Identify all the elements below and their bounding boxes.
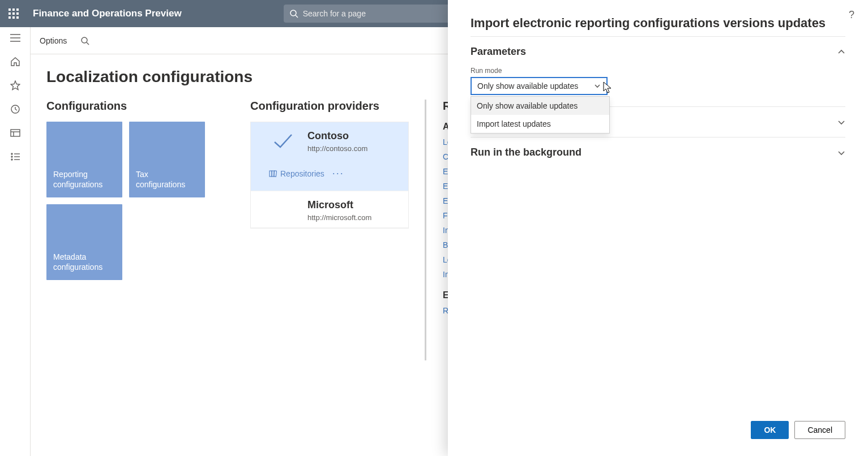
tile-tax-configurations[interactable]: Tax configurations xyxy=(129,122,205,197)
panel-title: Import electronic reporting configuratio… xyxy=(448,0,868,36)
panel-footer: OK Cancel xyxy=(448,410,868,456)
background-section: Run in the background xyxy=(471,137,845,167)
svg-point-16 xyxy=(82,37,87,43)
svg-point-10 xyxy=(11,153,12,154)
configurations-section: Configurations Reporting configurations … xyxy=(46,100,216,326)
provider-url: http://contoso.com xyxy=(307,144,398,153)
home-icon[interactable] xyxy=(9,55,22,68)
run-mode-dropdown: Only show available updates Import lates… xyxy=(471,96,610,134)
providers-section: Configuration providers Contoso http://c… xyxy=(250,100,409,326)
tile-metadata-configurations[interactable]: Metadata configurations xyxy=(46,204,122,280)
chevron-down-icon xyxy=(594,83,601,89)
run-mode-option[interactable]: Only show available updates xyxy=(471,97,609,115)
tile-reporting-configurations[interactable]: Reporting configurations xyxy=(46,122,122,197)
svg-marker-5 xyxy=(11,81,20,90)
background-title: Run in the background xyxy=(471,147,581,158)
repositories-icon xyxy=(269,170,277,178)
svg-point-12 xyxy=(11,156,12,157)
svg-line-17 xyxy=(87,42,89,45)
help-icon[interactable]: ? xyxy=(849,9,854,21)
run-mode-value: Only show available updates xyxy=(477,81,578,91)
chevron-down-icon xyxy=(837,118,845,126)
parameters-section: Parameters Run mode Only show available … xyxy=(471,36,845,106)
providers-list: Contoso http://contoso.com Repositories … xyxy=(250,122,409,229)
provider-url: http://microsoft.com xyxy=(307,213,398,222)
tile-label: Metadata configurations xyxy=(53,252,116,272)
provider-name: Microsoft xyxy=(307,199,398,211)
modules-icon[interactable] xyxy=(9,150,22,163)
tile-label: Tax configurations xyxy=(136,169,198,190)
svg-rect-7 xyxy=(11,130,20,136)
cursor-icon xyxy=(602,81,613,95)
run-mode-label: Run mode xyxy=(471,67,845,75)
search-box[interactable] xyxy=(284,5,454,23)
parameters-header[interactable]: Parameters xyxy=(471,37,845,67)
app-launcher-icon[interactable] xyxy=(0,8,27,19)
run-mode-select[interactable]: Only show available updates Only show av… xyxy=(471,77,608,95)
background-header[interactable]: Run in the background xyxy=(471,137,845,167)
import-panel: ? Import electronic reporting configurat… xyxy=(448,0,868,456)
filter-search-icon[interactable] xyxy=(80,36,89,45)
options-menu[interactable]: Options xyxy=(40,36,67,45)
parameters-title: Parameters xyxy=(471,46,526,58)
provider-card[interactable]: Contoso http://contoso.com Repositories … xyxy=(251,122,408,191)
configurations-heading: Configurations xyxy=(46,100,216,113)
svg-point-14 xyxy=(11,159,12,160)
chevron-up-icon xyxy=(837,48,845,56)
cancel-button[interactable]: Cancel xyxy=(794,421,845,439)
svg-rect-18 xyxy=(270,171,272,177)
recent-icon[interactable] xyxy=(9,103,22,115)
providers-heading: Configuration providers xyxy=(250,100,409,113)
app-name: Finance and Operations Preview xyxy=(27,8,182,19)
provider-name: Contoso xyxy=(307,130,398,142)
left-nav-rail xyxy=(0,27,31,456)
repositories-label: Repositories xyxy=(280,169,324,178)
run-mode-option[interactable]: Import latest updates xyxy=(471,115,609,133)
ok-button[interactable]: OK xyxy=(751,421,789,439)
workspace-icon[interactable] xyxy=(9,127,22,139)
tile-label: Reporting configurations xyxy=(53,169,116,190)
repositories-link[interactable]: Repositories xyxy=(269,169,324,178)
star-icon[interactable] xyxy=(9,79,22,92)
hamburger-icon[interactable] xyxy=(9,32,22,44)
search-input[interactable] xyxy=(284,5,454,23)
more-actions-icon[interactable]: ··· xyxy=(332,167,344,179)
provider-card[interactable]: Microsoft http://microsoft.com xyxy=(251,191,408,228)
check-icon xyxy=(273,134,293,149)
chevron-down-icon xyxy=(837,149,845,157)
